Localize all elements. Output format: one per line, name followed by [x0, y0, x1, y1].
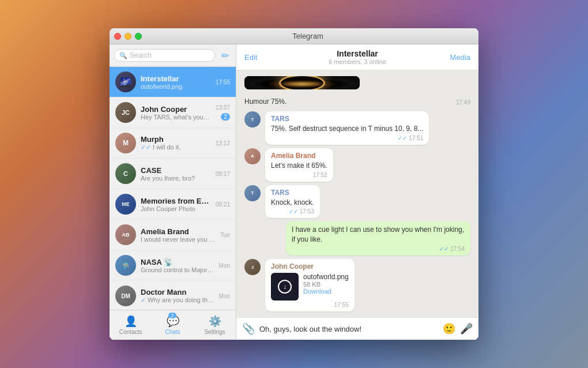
message-row: T TARS Knock, knock. ✓✓ 17:53 — [244, 185, 470, 219]
avatar: AB — [115, 224, 136, 245]
sidebar-item-chats[interactable]: 2 💬 Chats — [152, 310, 194, 340]
chat-info: John Cooper Hey TARS, what's your honest… — [141, 105, 211, 121]
contacts-icon: 👤 — [125, 315, 137, 328]
avatar: M — [115, 133, 136, 153]
attach-icon[interactable]: 📎 — [242, 322, 255, 335]
chat-meta: 09:17 — [216, 171, 230, 177]
message-bubble-content: Amelia Brand Let's make it 65%. 17:52 — [265, 148, 333, 182]
chat-info: Memories from Earth John Cooper Photo — [141, 197, 211, 212]
chat-info: Amelia Brand I would never leave you beh… — [141, 227, 216, 243]
chat-info: NASA 📡 Ground control to Major Tom — [141, 258, 214, 273]
chat-preview: outofworld.png — [141, 83, 211, 90]
media-button[interactable]: Media — [447, 53, 470, 62]
emoji-icon[interactable]: 🙂 — [443, 322, 455, 335]
app-window: Telegram 🔍 Search ✏ 🌌 — [110, 28, 478, 340]
message-row: T TARS 75%. Self destruct sequence in T … — [244, 111, 470, 145]
chat-item-nasa[interactable]: 🛸 NASA 📡 Ground control to Major Tom Mon — [110, 250, 236, 281]
chat-info: Murph ✓✓ I will do it. — [141, 135, 211, 151]
chat-name: Doctor Mann — [141, 288, 214, 296]
chat-time: Mon — [219, 293, 230, 299]
chat-info: Interstellar outofworld.png — [141, 74, 211, 90]
chat-preview: ✓ Why are you doing this to — [141, 296, 214, 304]
chat-header: Edit Interstellar 6 members, 3 online Me… — [236, 44, 478, 70]
chat-info: CASE Are you there, bro? — [141, 166, 211, 182]
file-info: outofworld.png 58 KB Download — [303, 273, 349, 295]
window-title: Telegram — [142, 32, 474, 40]
compose-button[interactable]: ✏ — [218, 49, 231, 62]
file-attachment: ↓ outofworld.png 58 KB Download — [271, 273, 349, 301]
read-check-icon: ✓✓ — [439, 246, 448, 252]
chat-header-center: Interstellar 6 members, 3 online — [267, 49, 447, 65]
messages-area: Humour 75%. 17:49 T TARS 75%. Self destr… — [236, 70, 478, 317]
chat-time: 13:12 — [216, 140, 230, 147]
chat-name: John Cooper — [141, 105, 211, 114]
sidebar-item-contacts[interactable]: 👤 Contacts — [110, 310, 152, 340]
chat-item-john-cooper[interactable]: JC John Cooper Hey TARS, what's your hon… — [110, 97, 236, 128]
chat-time: 09:17 — [216, 171, 230, 177]
message-time: 17:53 — [300, 208, 314, 215]
chat-list: 🌌 Interstellar outofworld.png 17:55 JC J… — [110, 67, 236, 310]
chat-name: NASA 📡 — [141, 258, 214, 266]
read-check-icon: ✓✓ — [289, 208, 298, 215]
message-bubble: Amelia Brand Let's make it 65%. 17:52 — [265, 148, 333, 182]
sidebar-nav: 👤 Contacts 2 💬 Chats ⚙️ Settings — [110, 310, 236, 340]
file-thumbnail: ↓ — [271, 273, 299, 301]
avatar: 🌌 — [115, 72, 136, 92]
message-bubble: John Cooper ↓ outofworld.png 58 KB Downl… — [265, 259, 355, 311]
message-time: 17:49 — [456, 99, 470, 106]
chat-preview: ✓✓ I will do it. — [141, 144, 211, 151]
message-row: J John Cooper ↓ outofworld.png 58 KB — [244, 259, 470, 311]
message-image — [244, 76, 360, 89]
chat-meta: 08:21 — [216, 201, 230, 208]
chat-item-amelia[interactable]: AB Amelia Brand I would never leave you … — [110, 220, 236, 250]
chat-preview: Are you there, bro? — [141, 175, 211, 182]
message-text: Let's make it 65%. — [271, 161, 327, 171]
chat-time: Tue — [220, 232, 230, 238]
traffic-lights — [114, 33, 142, 40]
chat-time: Mon — [219, 262, 230, 269]
message-input-area: 📎 🙂 🎤 — [236, 317, 478, 340]
message-time: 17:55 — [334, 302, 349, 308]
edit-button[interactable]: Edit — [244, 53, 267, 62]
message-time: 17:54 — [450, 246, 465, 252]
message-time-row: ✓✓ 17:53 — [271, 208, 314, 215]
message-time: 17:51 — [409, 135, 423, 141]
message-bubble-content: John Cooper ↓ outofworld.png 58 KB Downl… — [265, 259, 355, 311]
search-input[interactable]: 🔍 Search — [114, 49, 215, 62]
black-hole-visual — [244, 76, 360, 89]
message-sender: TARS — [271, 189, 314, 197]
message-sender: John Cooper — [271, 262, 349, 271]
titlebar: Telegram — [110, 28, 478, 44]
file-size: 58 KB — [303, 281, 349, 288]
chat-name: Amelia Brand — [141, 227, 216, 236]
settings-label: Settings — [204, 329, 225, 335]
chat-item-case[interactable]: C CASE Are you there, bro? 09:17 — [110, 159, 236, 189]
chat-preview: John Cooper Photo — [141, 205, 211, 212]
main-content: 🔍 Search ✏ 🌌 Interstellar outofworld.png — [110, 44, 478, 340]
message-input[interactable] — [259, 325, 438, 333]
download-icon[interactable]: ↓ — [278, 280, 292, 294]
chat-meta: 17:55 — [216, 79, 230, 85]
avatar: DM — [115, 286, 136, 306]
minimize-button[interactable] — [125, 33, 131, 40]
search-placeholder-text: Search — [130, 51, 152, 59]
voice-icon[interactable]: 🎤 — [460, 322, 473, 335]
download-link[interactable]: Download — [303, 288, 349, 295]
message-time-row: 17:52 — [271, 172, 327, 178]
settings-icon: ⚙️ — [209, 315, 221, 328]
chat-item-interstellar[interactable]: 🌌 Interstellar outofworld.png 17:55 — [110, 67, 236, 97]
chat-item-murph[interactable]: M Murph ✓✓ I will do it. 13:12 — [110, 128, 236, 159]
search-icon: 🔍 — [119, 52, 127, 59]
chat-preview: I would never leave you behind... TARS — [141, 236, 216, 243]
avatar: A — [244, 148, 261, 164]
message-bubble: TARS Knock, knock. ✓✓ 17:53 — [265, 185, 320, 219]
maximize-button[interactable] — [135, 33, 142, 40]
chat-meta: Tue — [220, 232, 230, 238]
chat-item-memories[interactable]: ME Memories from Earth John Cooper Photo… — [110, 189, 236, 220]
close-button[interactable] — [114, 33, 121, 40]
chat-item-doctormann[interactable]: DM Doctor Mann ✓ Why are you doing this … — [110, 281, 236, 310]
sidebar-item-settings[interactable]: ⚙️ Settings — [194, 310, 236, 340]
message-bubble: TARS 75%. Self destruct sequence in T mi… — [265, 111, 429, 145]
chat-meta: Mon — [219, 293, 230, 299]
chat-time: 17:55 — [216, 79, 230, 85]
